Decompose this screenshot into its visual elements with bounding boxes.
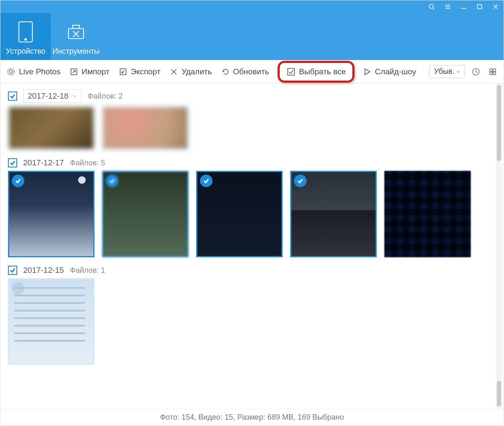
svg-point-16	[8, 68, 14, 75]
select-all-label: Выбрать все	[299, 67, 346, 76]
import-button[interactable]: Импорт	[69, 65, 110, 78]
status-text: Фото: 154, Видео: 15, Размер: 689 MB, 16…	[160, 413, 344, 422]
svg-rect-25	[493, 69, 496, 71]
live-photos-label: Live Photos	[19, 67, 60, 76]
svg-rect-21	[288, 68, 294, 75]
photo-thumb[interactable]	[196, 171, 283, 257]
export-icon	[119, 68, 127, 76]
group-file-count: Файлов: 1	[70, 266, 105, 275]
checkbox-icon	[286, 67, 296, 76]
tab-device-label: Устройство	[6, 47, 45, 56]
photo-thumb[interactable]	[102, 171, 189, 257]
svg-rect-6	[478, 5, 482, 9]
slideshow-label: Слайд-шоу	[375, 67, 416, 76]
group-checkbox[interactable]	[8, 158, 17, 167]
refresh-icon	[221, 68, 230, 76]
chevron-down-icon	[73, 94, 77, 98]
scrollbar-thumb[interactable]	[497, 381, 501, 406]
date-group: 2017-12-15 Файлов: 1	[8, 266, 496, 365]
grid-icon	[488, 68, 497, 76]
chevron-down-icon	[456, 70, 460, 74]
svg-rect-24	[490, 69, 492, 71]
svg-point-10	[25, 39, 26, 40]
sort-time-button[interactable]	[470, 66, 482, 78]
tab-tools-label: Инструменты	[52, 47, 100, 56]
menu-icon[interactable]	[443, 2, 452, 11]
group-checkbox[interactable]	[8, 266, 17, 275]
svg-rect-12	[73, 25, 79, 29]
photo-thumb[interactable]	[384, 171, 471, 257]
tablet-icon	[16, 19, 35, 44]
date-group: 2017-12-17 Файлов: 5	[8, 158, 496, 257]
date-group: 2017-12-18 Файлов: 2	[8, 89, 496, 150]
photo-thumb[interactable]	[8, 278, 94, 365]
scrollbar-thumb[interactable]	[497, 85, 501, 161]
maximize-icon[interactable]	[475, 2, 484, 11]
sort-label: Убыв.	[434, 67, 454, 76]
date-dropdown[interactable]: 2017-12-18	[23, 89, 81, 103]
live-photos-button[interactable]: Live Photos	[5, 65, 61, 78]
group-date: 2017-12-18	[28, 91, 68, 101]
export-label: Экспорт	[131, 67, 160, 76]
refresh-label: Обновить	[233, 67, 269, 76]
delete-button[interactable]: Удалить	[169, 65, 213, 78]
group-file-count: Файлов: 5	[70, 159, 105, 167]
selected-badge-icon	[12, 282, 24, 295]
svg-rect-26	[490, 72, 492, 75]
photo-thumb[interactable]	[102, 106, 189, 150]
selected-badge-icon	[294, 175, 307, 187]
import-icon	[70, 68, 78, 76]
play-icon	[363, 68, 371, 76]
group-checkbox[interactable]	[8, 91, 17, 101]
delete-icon	[170, 68, 178, 76]
photo-thumb[interactable]	[8, 106, 94, 150]
close-icon[interactable]	[491, 2, 500, 11]
group-date: 2017-12-17	[23, 158, 64, 167]
svg-marker-22	[365, 69, 370, 75]
svg-point-0	[429, 4, 433, 8]
refresh-button[interactable]: Обновить	[220, 65, 270, 78]
selected-badge-icon	[12, 175, 24, 187]
selected-badge-icon	[200, 175, 213, 187]
minimize-icon[interactable]	[459, 2, 468, 11]
live-photos-icon	[6, 67, 16, 76]
photo-thumb[interactable]	[8, 171, 94, 257]
toolbar: Live Photos Импорт Экспорт Удалить Обнов…	[0, 60, 504, 84]
delete-label: Удалить	[181, 67, 212, 76]
clock-icon	[471, 67, 480, 76]
group-date: 2017-12-15	[23, 266, 64, 275]
select-all-button[interactable]: Выбрать все	[278, 61, 355, 83]
svg-line-1	[433, 8, 435, 10]
group-header: 2017-12-18 Файлов: 2	[8, 89, 496, 103]
svg-rect-27	[493, 72, 496, 75]
titlebar	[0, 0, 504, 13]
group-header: 2017-12-17 Файлов: 5	[8, 158, 496, 167]
toolbox-icon	[66, 19, 86, 44]
status-bar: Фото: 154, Видео: 15, Размер: 689 MB, 16…	[0, 409, 504, 426]
import-label: Импорт	[81, 67, 109, 76]
group-header: 2017-12-15 Файлов: 1	[8, 266, 496, 275]
view-grid-button[interactable]	[487, 66, 499, 78]
toolbar-right: Убыв.	[429, 65, 499, 78]
photo-thumb[interactable]	[290, 171, 377, 257]
slideshow-button[interactable]: Слайд-шоу	[362, 65, 417, 78]
sort-button[interactable]: Убыв.	[429, 65, 465, 78]
scrollbar[interactable]	[496, 84, 502, 408]
export-button[interactable]: Экспорт	[118, 65, 161, 78]
photo-grid: 2017-12-18 Файлов: 2 2017-12-17 Файлов: …	[0, 84, 504, 409]
search-icon[interactable]	[427, 2, 436, 11]
svg-point-15	[9, 70, 13, 73]
selected-badge-icon	[106, 175, 118, 187]
group-file-count: Файлов: 2	[87, 92, 123, 101]
